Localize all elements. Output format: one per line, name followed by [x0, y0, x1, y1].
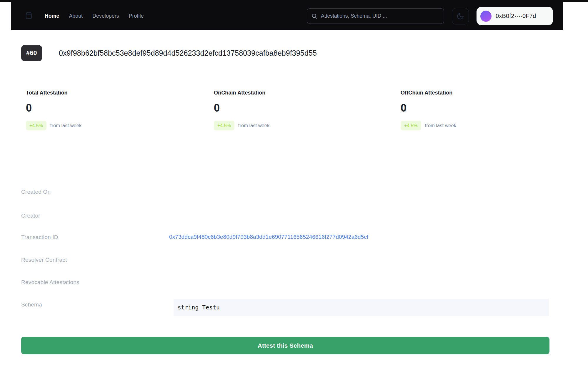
nav-item-profile[interactable]: Profile [129, 13, 144, 19]
label-created-on: Created On [21, 189, 51, 195]
theme-toggle-button[interactable] [452, 8, 469, 24]
stat-value: 0 [26, 103, 214, 113]
transaction-id-link[interactable]: 0x73ddca9f480c6b3e80d9f793b8a3dd1e690771… [169, 234, 368, 240]
wallet-avatar [480, 11, 492, 22]
label-revocable-attestations: Revocable Attestations [21, 279, 79, 286]
schema-uid: 0x9f98b62bf58bc53e8def95d89d4d526233d2ef… [59, 45, 317, 61]
stat-title: Total Attestation [26, 90, 214, 96]
search-input[interactable] [321, 13, 440, 19]
package-icon [24, 11, 33, 21]
page: Home About Developers Profile 0x [0, 0, 588, 373]
search-icon [311, 13, 317, 19]
search-box[interactable] [307, 8, 444, 24]
delta-badge: +4.5% [401, 121, 421, 130]
label-creator: Creator [21, 213, 40, 219]
wallet-button[interactable]: 0xB0f2····0F7d [477, 7, 553, 25]
delta-badge: +4.5% [26, 121, 46, 130]
label-schema: Schema [21, 301, 42, 308]
delta-note: from last week [50, 123, 81, 128]
nav-item-home[interactable]: Home [45, 13, 59, 19]
label-transaction-id: Transaction ID [21, 234, 58, 241]
delta-note: from last week [425, 123, 456, 128]
main-nav: Home About Developers Profile [45, 2, 144, 30]
delta-badge: +4.5% [214, 121, 234, 130]
attest-schema-button[interactable]: Attest this Schema [21, 337, 549, 354]
moon-icon [457, 12, 464, 20]
label-resolver-contract: Resolver Contract [21, 257, 67, 263]
delta-note: from last week [238, 123, 269, 128]
stat-total-attestation: Total Attestation 0 +4.5% from last week [26, 90, 214, 130]
navbar: Home About Developers Profile 0x [11, 2, 563, 30]
schema-code-block: string Testu [174, 299, 549, 316]
wallet-address: 0xB0f2····0F7d [496, 13, 536, 19]
stats-row: Total Attestation 0 +4.5% from last week… [26, 90, 555, 130]
stat-value: 0 [401, 103, 555, 113]
schema-definition: string Testu [178, 304, 220, 311]
nav-item-about[interactable]: About [69, 13, 83, 19]
stat-title: OffChain Attestation [401, 90, 555, 96]
brand-logo[interactable] [24, 11, 34, 21]
schema-number-badge: #60 [21, 45, 42, 61]
stat-offchain-attestation: OffChain Attestation 0 +4.5% from last w… [401, 90, 555, 130]
stat-onchain-attestation: OnChain Attestation 0 +4.5% from last we… [214, 90, 401, 130]
stat-title: OnChain Attestation [214, 90, 401, 96]
stat-value: 0 [214, 103, 401, 113]
nav-item-developers[interactable]: Developers [92, 13, 119, 19]
